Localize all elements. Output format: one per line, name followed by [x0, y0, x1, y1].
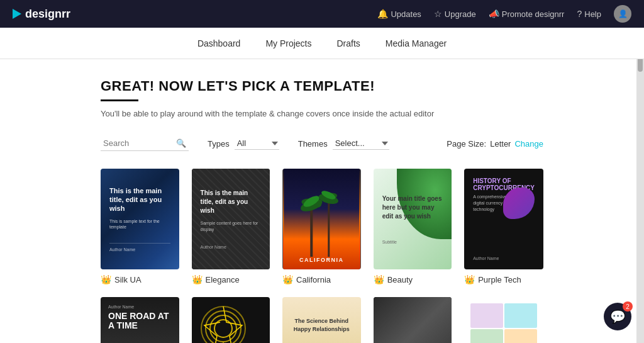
subnav: Dashboard My Projects Drafts Media Manag…: [0, 28, 644, 59]
template-thumb-silk-ua: This is the main title, edit as you wish…: [101, 169, 179, 269]
template-name-purple-tech: 👑 Purple Tech: [464, 274, 543, 284]
themes-label: Themes: [298, 139, 328, 149]
crown-icon-purple: 👑: [464, 274, 475, 284]
avatar-icon: 👤: [618, 9, 628, 18]
page-title: GREAT! NOW LET'S PICK A TEMPLATE!: [101, 78, 543, 94]
template-thumb-building: Building Successful Teams for your Busin…: [464, 297, 543, 343]
star-icon: ☆: [434, 9, 442, 19]
template-label-elegance: Elegance: [206, 275, 240, 284]
megaphone-icon: 📣: [489, 9, 499, 19]
template-card-portraits[interactable]: HOW TO SHOOT GREAT PORTRAITS How to Shoo…: [374, 297, 452, 343]
crown-icon-silk: 👑: [101, 274, 111, 284]
svg-text:CALIFORNIA: CALIFORNIA: [299, 257, 344, 263]
upgrade-label: Upgrade: [445, 9, 476, 19]
template-card-elegance[interactable]: This is the main title, edit as you wish…: [192, 169, 270, 284]
crown-icon-elegance: 👑: [192, 274, 203, 284]
template-thumb-one-road: Author Name ONE ROAD AT A TIME: [101, 297, 179, 343]
template-preview-portraits: HOW TO SHOOT GREAT PORTRAITS: [374, 297, 452, 343]
template-preview-purple: HISTORY OF CRYPTOCURRENCY A comprehensiv…: [464, 169, 543, 269]
themes-select[interactable]: Select... Business Technology Health: [333, 137, 389, 150]
template-thumb-purple-tech: HISTORY OF CRYPTOCURRENCY A comprehensiv…: [464, 169, 543, 269]
beauty-label: Subtitle: [382, 240, 443, 244]
elegance-author: Author Name: [201, 245, 262, 249]
template-name-elegance: 👑 Elegance: [192, 274, 270, 284]
scrollbar[interactable]: [636, 28, 644, 343]
template-thumb-happy: The Science Behind Happy Relationships: [282, 297, 361, 343]
subnav-drafts[interactable]: Drafts: [337, 29, 360, 58]
template-thumb-beauty: Your main title goes here but you may ed…: [374, 169, 452, 269]
chat-badge: 2: [623, 301, 633, 312]
themes-filter-group: Themes Select... Business Technology Hea…: [298, 137, 389, 150]
help-nav-item[interactable]: ? Help: [577, 9, 601, 19]
silk-body: This is sample text for the template: [109, 218, 170, 231]
template-name-california: 👑 California: [282, 274, 361, 284]
template-card-silk-ua[interactable]: This is the main title, edit as you wish…: [101, 169, 179, 284]
crown-icon-beauty: 👑: [374, 274, 384, 284]
template-preview-passion: Passion, Grit and Success: [192, 297, 270, 343]
template-preview-road: Author Name ONE ROAD AT A TIME: [101, 297, 179, 343]
svg-rect-1: [310, 206, 313, 257]
page-size-group: Page Size: Letter Change: [447, 139, 543, 149]
subnav-dashboard[interactable]: Dashboard: [197, 29, 241, 58]
template-preview-building: Building Successful Teams for your Busin…: [464, 297, 543, 343]
silk-author: Author Name: [109, 243, 170, 252]
question-icon: ?: [577, 9, 582, 19]
updates-label: Updates: [391, 9, 421, 19]
template-label-beauty: Beauty: [387, 275, 413, 284]
subnav-media-manager[interactable]: Media Manager: [386, 29, 447, 58]
template-card-one-road[interactable]: Author Name ONE ROAD AT A TIME One Road …: [101, 297, 179, 343]
chat-icon: 💬: [610, 309, 626, 324]
subnav-my-projects[interactable]: My Projects: [265, 29, 311, 58]
chat-bubble[interactable]: 💬 2: [604, 303, 631, 330]
logo-arrow-icon: [13, 9, 21, 19]
search-wrapper: 🔍: [101, 136, 189, 151]
template-card-california[interactable]: CALIFORNIA 👑 California: [282, 169, 361, 284]
logo[interactable]: designrr: [13, 8, 70, 21]
updates-nav-item[interactable]: 🔔 Updates: [377, 9, 421, 19]
page-size-label: Page Size:: [447, 139, 486, 149]
template-card-happy[interactable]: The Science Behind Happy Relationships T…: [282, 297, 361, 343]
types-select[interactable]: All eBook Report Podcast: [235, 137, 279, 150]
filters-bar: 🔍 Types All eBook Report Podcast Themes …: [101, 136, 543, 151]
header: designrr 🔔 Updates ☆ Upgrade 📣 Promote d…: [0, 0, 644, 28]
logo-text: designrr: [25, 8, 70, 21]
avatar[interactable]: 👤: [614, 5, 631, 23]
template-label-purple: Purple Tech: [478, 275, 521, 284]
template-preview-happy: The Science Behind Happy Relationships: [282, 297, 361, 343]
purple-author: Author Name: [473, 256, 535, 261]
templates-grid: This is the main title, edit as you wish…: [101, 169, 543, 343]
template-thumb-california: CALIFORNIA: [282, 169, 361, 269]
template-preview-beauty: Your main title goes here but you may ed…: [374, 169, 452, 269]
template-label-silk: Silk UA: [114, 275, 142, 284]
template-card-purple-tech[interactable]: HISTORY OF CRYPTOCURRENCY A comprehensiv…: [464, 169, 543, 284]
header-nav: 🔔 Updates ☆ Upgrade 📣 Promote designrr ?…: [377, 5, 631, 23]
elegance-body: Sample content goes here for display: [201, 220, 262, 233]
crown-icon-california: 👑: [282, 274, 293, 284]
svg-rect-5: [328, 200, 330, 257]
template-name-silk-ua: 👑 Silk UA: [101, 274, 179, 284]
change-link[interactable]: Change: [514, 139, 543, 149]
collage-item-4: [504, 329, 537, 343]
template-card-beauty[interactable]: Your main title goes here but you may ed…: [374, 169, 452, 284]
template-thumb-passion: Passion, Grit and Success: [192, 297, 270, 343]
page-size-value: Letter: [490, 139, 511, 149]
template-card-passion[interactable]: Passion, Grit and Success Passion Grit a…: [192, 297, 270, 343]
template-name-beauty: 👑 Beauty: [374, 274, 452, 284]
elegance-title: This is the main title, edit as you wish: [201, 189, 262, 215]
search-input[interactable]: [101, 136, 189, 151]
promote-label: Promote designrr: [502, 9, 565, 19]
template-preview-california: CALIFORNIA: [282, 169, 361, 269]
promote-nav-item[interactable]: 📣 Promote designrr: [489, 9, 565, 19]
collage-item-2: [504, 303, 537, 328]
template-preview-silk: This is the main title, edit as you wish…: [101, 169, 179, 269]
types-filter-group: Types All eBook Report Podcast: [208, 137, 279, 150]
portrait-face: [374, 297, 452, 343]
building-collage: [470, 303, 537, 343]
bell-icon: 🔔: [377, 9, 388, 19]
template-card-building[interactable]: Building Successful Teams for your Busin…: [464, 297, 543, 343]
subtitle: You'll be able to play around with the t…: [101, 109, 543, 118]
upgrade-nav-item[interactable]: ☆ Upgrade: [434, 9, 476, 19]
happy-title: The Science Behind Happy Relationships: [290, 317, 353, 333]
template-thumb-portraits: HOW TO SHOOT GREAT PORTRAITS: [374, 297, 452, 343]
template-label-california: California: [296, 275, 331, 284]
